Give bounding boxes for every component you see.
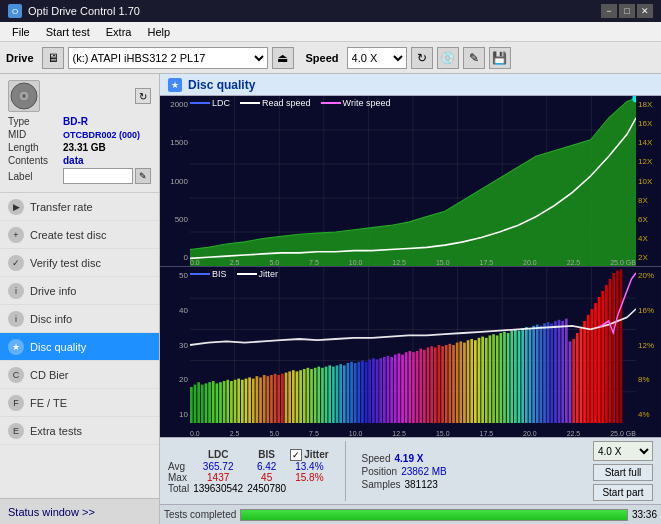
write-btn[interactable]: ✎	[463, 47, 485, 69]
stats-divider	[345, 441, 346, 501]
nav-create-test-disc-label: Create test disc	[30, 229, 106, 241]
svg-rect-85	[387, 356, 390, 423]
stats-grid: LDC BIS ✓ Jitter Avg 365.72 6.42 13.4% M…	[168, 449, 329, 494]
status-window-btn[interactable]: Status window >>	[0, 498, 159, 524]
menu-help[interactable]: Help	[139, 24, 178, 40]
samples-val: 381123	[404, 479, 437, 490]
svg-rect-68	[325, 367, 328, 423]
svg-rect-57	[285, 373, 288, 423]
svg-rect-83	[379, 358, 382, 423]
svg-rect-121	[467, 340, 470, 423]
bis-avg: 6.42	[247, 461, 286, 472]
progress-bar-outer	[240, 509, 628, 521]
refresh-btn[interactable]: ↻	[411, 47, 433, 69]
svg-rect-75	[350, 362, 353, 423]
eject-btn[interactable]: ⏏	[272, 47, 294, 69]
nav-drive-info[interactable]: i Drive info	[0, 277, 159, 305]
menu-start-test[interactable]: Start test	[38, 24, 98, 40]
jitter-checkbox[interactable]: ✓	[290, 449, 302, 461]
svg-rect-117	[452, 345, 455, 423]
nav-verify-test-disc-label: Verify test disc	[30, 257, 101, 269]
top-chart-svg	[190, 96, 636, 266]
close-button[interactable]: ✕	[637, 4, 653, 18]
save-btn[interactable]: 💾	[489, 47, 511, 69]
menu-file[interactable]: File	[4, 24, 38, 40]
svg-rect-147	[561, 321, 564, 423]
top-chart-legend: LDC Read speed Write speed	[190, 98, 390, 108]
nav-disc-quality[interactable]: ★ Disc quality	[0, 333, 159, 361]
nav-verify-test-disc[interactable]: ✓ Verify test disc	[0, 249, 159, 277]
bis-legend-label: BIS	[212, 269, 227, 279]
svg-rect-137	[525, 327, 528, 423]
svg-rect-54	[274, 374, 277, 423]
x-7-5-top: 7.5	[309, 259, 319, 266]
legend-jitter: Jitter	[237, 269, 279, 279]
maximize-button[interactable]: □	[619, 4, 635, 18]
disc-info-icon: i	[8, 311, 24, 327]
nav-create-test-disc[interactable]: + Create test disc	[0, 221, 159, 249]
svg-rect-143	[547, 322, 550, 423]
disc-info-refresh[interactable]: ↻	[135, 88, 151, 104]
disc-contents-row: Contents data	[8, 155, 151, 166]
disc-btn[interactable]: 💿	[437, 47, 459, 69]
svg-rect-96	[427, 347, 430, 423]
svg-rect-127	[489, 335, 492, 423]
start-full-button[interactable]: Start full	[593, 464, 653, 481]
bottom-chart-y-right: 20% 16% 12% 8% 4%	[636, 267, 661, 423]
svg-rect-142	[543, 323, 546, 423]
legend-bis: BIS	[190, 269, 227, 279]
svg-rect-148	[565, 319, 568, 423]
ldc-total: 139630542	[193, 483, 243, 494]
nav-cd-bier[interactable]: C CD Bier	[0, 361, 159, 389]
svg-rect-98	[434, 347, 437, 423]
svg-rect-66	[317, 367, 320, 423]
svg-rect-123	[474, 340, 477, 423]
svg-rect-149	[569, 341, 572, 423]
nav-cd-bier-label: CD Bier	[30, 369, 69, 381]
menu-extra[interactable]: Extra	[98, 24, 140, 40]
transfer-rate-icon: ▶	[8, 199, 24, 215]
minimize-button[interactable]: −	[601, 4, 617, 18]
x-10-bottom: 10.0	[349, 430, 363, 437]
toolbar: Drive 🖥 (k:) ATAPI iHBS312 2 PL17 ⏏ Spee…	[0, 42, 661, 74]
x-20-bottom: 20.0	[523, 430, 537, 437]
svg-rect-77	[357, 362, 360, 423]
bottom-chart-y-left: 50 40 30 20 10	[160, 267, 190, 423]
svg-rect-101	[576, 333, 579, 423]
start-part-button[interactable]: Start part	[593, 484, 653, 501]
svg-rect-139	[532, 326, 535, 423]
svg-rect-39	[219, 382, 222, 423]
label-input[interactable]	[63, 168, 133, 184]
contents-value: data	[63, 155, 84, 166]
stats-speed-select[interactable]: 4.0 X	[593, 441, 653, 461]
svg-rect-114	[441, 346, 444, 423]
drive-icon-btn[interactable]: 🖥	[42, 47, 64, 69]
stats-empty	[168, 449, 189, 461]
label-label: Label	[8, 171, 63, 182]
svg-rect-113	[620, 269, 623, 423]
svg-rect-93	[416, 351, 419, 423]
drive-select[interactable]: (k:) ATAPI iHBS312 2 PL17	[68, 47, 268, 69]
svg-rect-61	[299, 370, 302, 423]
stats-bar: LDC BIS ✓ Jitter Avg 365.72 6.42 13.4% M…	[160, 437, 661, 504]
svg-rect-69	[328, 365, 331, 423]
disc-quality-header-icon: ★	[168, 78, 182, 92]
nav-extra-tests[interactable]: E Extra tests	[0, 417, 159, 445]
svg-rect-125	[481, 337, 484, 423]
bis-total: 2450780	[247, 483, 286, 494]
x-12-5-bottom: 12.5	[392, 430, 406, 437]
nav-disc-info[interactable]: i Disc info	[0, 305, 159, 333]
nav-transfer-rate[interactable]: ▶ Transfer rate	[0, 193, 159, 221]
nav-fe-te[interactable]: F FE / TE	[0, 389, 159, 417]
svg-rect-55	[277, 375, 280, 423]
read-speed-legend-label: Read speed	[262, 98, 311, 108]
speed-select-toolbar[interactable]: 4.0 X	[347, 47, 407, 69]
speed-label: Speed	[306, 52, 339, 64]
progress-bar-inner	[241, 510, 627, 520]
svg-rect-79	[365, 362, 368, 423]
svg-rect-65	[314, 368, 317, 423]
label-btn[interactable]: ✎	[135, 168, 151, 184]
svg-rect-51	[263, 375, 266, 423]
x-12-5-top: 12.5	[392, 259, 406, 266]
svg-rect-115	[445, 345, 448, 423]
